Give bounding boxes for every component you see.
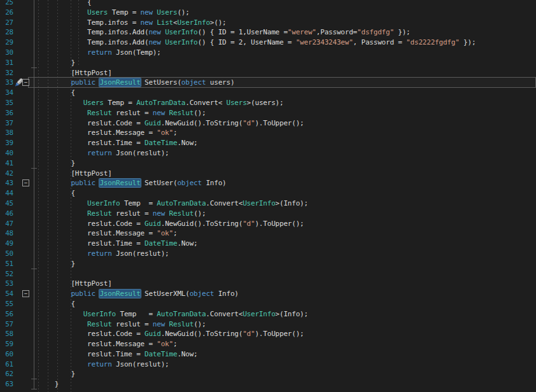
glyph-margin[interactable] [14, 349, 28, 360]
line-number[interactable]: 62 [0, 369, 14, 379]
code-line[interactable]: 44 { [0, 188, 536, 199]
code-line[interactable]: 43− public JsonResult SetUser(object Inf… [0, 178, 536, 188]
glyph-margin[interactable] [14, 48, 28, 58]
code-text[interactable]: [HttpPost] [38, 169, 536, 179]
glyph-margin[interactable] [14, 299, 28, 309]
code-text[interactable]: return Json(Temp); [38, 48, 536, 58]
glyph-margin[interactable] [14, 379, 28, 389]
glyph-margin[interactable] [14, 209, 28, 219]
line-number[interactable]: 54 [0, 289, 14, 299]
glyph-margin[interactable] [14, 58, 28, 68]
line-number[interactable]: 55 [0, 299, 14, 309]
code-text[interactable]: { [38, 299, 536, 309]
code-text[interactable]: { [38, 88, 536, 98]
code-line[interactable]: 32 [HttpPost] [0, 68, 536, 78]
code-text[interactable]: UserInfo Temp = AutoTranData.Convert<Use… [38, 309, 536, 319]
line-number[interactable]: 45 [0, 199, 14, 209]
glyph-margin[interactable] [14, 18, 28, 28]
glyph-margin[interactable] [14, 169, 28, 179]
code-line[interactable]: 50 return Json(reslut); [0, 249, 536, 259]
line-number[interactable]: 37 [0, 118, 14, 129]
glyph-margin[interactable] [14, 369, 28, 379]
line-number[interactable]: 30 [0, 48, 14, 58]
code-line[interactable]: 54− public JsonResult SetUserXML(object … [0, 289, 536, 299]
code-line[interactable]: 55 { [0, 299, 536, 309]
code-line[interactable]: 47 reslut.Code = Guid.NewGuid().ToString… [0, 219, 536, 229]
code-line[interactable]: 45 UserInfo Temp = AutoTranData.Convert<… [0, 199, 536, 209]
glyph-margin[interactable] [14, 188, 28, 199]
glyph-margin[interactable] [14, 319, 28, 330]
code-line[interactable]: 60 reslut.Time = DateTime.Now; [0, 349, 536, 360]
code-text[interactable]: Users Temp = AutoTranData.Convert< Users… [38, 98, 536, 108]
line-number[interactable]: 34 [0, 88, 14, 98]
glyph-margin[interactable] [14, 38, 28, 48]
glyph-margin[interactable] [14, 259, 28, 269]
glyph-margin[interactable] [14, 138, 28, 148]
code-line[interactable]: 30 return Json(Temp); [0, 48, 536, 58]
line-number[interactable]: 61 [0, 360, 14, 370]
line-number[interactable]: 57 [0, 319, 14, 330]
code-line[interactable]: 61 return Json(reslut); [0, 360, 536, 370]
code-line[interactable]: 49 reslut.Time = DateTime.Now; [0, 239, 536, 249]
code-text[interactable]: public JsonResult SetUsers(object users) [38, 78, 536, 88]
code-line[interactable]: 36 Reslut reslut = new Reslut(); [0, 108, 536, 118]
code-text[interactable]: return Json(reslut); [38, 360, 536, 370]
code-line[interactable]: 28 Temp.infos.Add(new UserInfo() { ID = … [0, 27, 536, 38]
code-text[interactable]: } [38, 58, 536, 68]
code-line[interactable]: 59 reslut.Message = "ok"; [0, 339, 536, 349]
glyph-margin[interactable] [14, 309, 28, 319]
line-number[interactable]: 25 [0, 0, 14, 8]
line-number[interactable]: 44 [0, 188, 14, 199]
line-number[interactable]: 43 [0, 178, 14, 188]
code-text[interactable]: Reslut reslut = new Reslut(); [38, 319, 536, 330]
code-text[interactable]: reslut.Message = "ok"; [38, 228, 536, 239]
glyph-margin[interactable] [14, 8, 28, 18]
fold-collapse-button[interactable]: − [22, 290, 29, 297]
glyph-margin[interactable] [14, 27, 28, 38]
line-number[interactable]: 50 [0, 249, 14, 259]
line-number[interactable]: 52 [0, 269, 14, 279]
code-text[interactable]: return Json(reslut); [38, 148, 536, 158]
glyph-margin[interactable] [14, 199, 28, 209]
line-number[interactable]: 42 [0, 169, 14, 179]
code-line[interactable]: 39 reslut.Time = DateTime.Now; [0, 138, 536, 148]
code-text[interactable]: Users Temp = new Users(); [38, 8, 536, 18]
code-text[interactable]: return Json(reslut); [38, 249, 536, 259]
code-text[interactable]: UserInfo Temp = AutoTranData.Convert<Use… [38, 199, 536, 209]
code-text[interactable]: public JsonResult SetUserXML(object Info… [38, 289, 536, 299]
code-text[interactable]: } [38, 369, 536, 379]
glyph-margin[interactable] [14, 88, 28, 98]
glyph-margin[interactable] [14, 249, 28, 259]
code-line[interactable]: 29 Temp.infos.Add(new UserInfo() { ID = … [0, 38, 536, 48]
code-line[interactable]: 58 reslut.Code = Guid.NewGuid().ToString… [0, 329, 536, 339]
line-number[interactable]: 40 [0, 148, 14, 158]
fold-collapse-button[interactable]: − [22, 179, 29, 186]
glyph-margin[interactable] [14, 128, 28, 138]
code-text[interactable]: } [38, 158, 536, 169]
glyph-margin[interactable] [14, 68, 28, 78]
code-text[interactable]: reslut.Code = Guid.NewGuid().ToString("d… [38, 329, 536, 339]
glyph-margin[interactable] [14, 279, 28, 289]
code-text[interactable]: [HttpPost] [38, 279, 536, 289]
code-line[interactable]: 57 Reslut reslut = new Reslut(); [0, 319, 536, 330]
glyph-margin[interactable] [14, 269, 28, 279]
code-line[interactable]: 53 [HttpPost] [0, 279, 536, 289]
line-number[interactable]: 60 [0, 349, 14, 360]
code-text[interactable]: reslut.Code = Guid.NewGuid().ToString("d… [38, 118, 536, 129]
code-text[interactable]: public JsonResult SetUser(object Info) [38, 178, 536, 188]
glyph-margin[interactable] [14, 118, 28, 129]
line-number[interactable]: 27 [0, 18, 14, 28]
code-text[interactable]: Reslut reslut = new Reslut(); [38, 209, 536, 219]
code-text[interactable]: [HttpPost] [38, 68, 536, 78]
code-line[interactable]: 25 { [0, 0, 536, 8]
line-number[interactable]: 56 [0, 309, 14, 319]
line-number[interactable]: 48 [0, 228, 14, 239]
glyph-margin[interactable] [14, 360, 28, 370]
code-line[interactable]: 40 return Json(reslut); [0, 148, 536, 158]
line-number[interactable]: 39 [0, 138, 14, 148]
glyph-margin[interactable] [14, 108, 28, 118]
glyph-margin[interactable] [14, 339, 28, 349]
line-number[interactable]: 63 [0, 379, 14, 389]
line-number[interactable]: 47 [0, 219, 14, 229]
line-number[interactable]: 36 [0, 108, 14, 118]
